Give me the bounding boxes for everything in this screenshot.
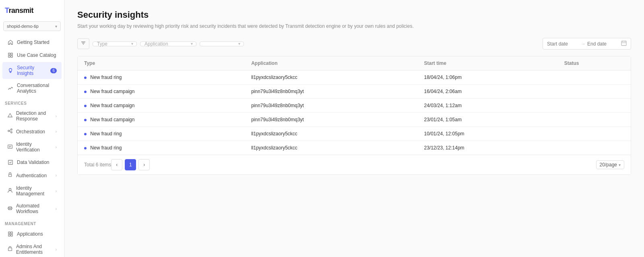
cell-type-5: New fraud ring — [78, 141, 245, 155]
filter-icon-button[interactable] — [77, 38, 89, 49]
admins-icon — [7, 246, 13, 253]
management-section-label: MANAGEMENT — [0, 218, 64, 228]
sidebar-item-identity-management[interactable]: Identity Management › — [2, 182, 62, 199]
sidebar: Transmit shopid-demo-tip ▾ Getting Start… — [0, 0, 64, 257]
sidebar-label-orchestration: Orchestration — [16, 129, 45, 135]
next-page-button[interactable]: › — [138, 159, 150, 170]
col-type: Type — [78, 56, 245, 70]
sidebar-label-applications: Applications — [17, 231, 43, 237]
page-1-button[interactable]: 1 — [125, 159, 136, 170]
sidebar-label-conversational-analytics: Conversational Analytics — [17, 83, 57, 94]
sidebar-item-identity-verification[interactable]: Identity Verification › — [2, 139, 62, 155]
type-filter[interactable]: Type Type — [93, 41, 137, 46]
lightbulb-icon — [7, 67, 14, 74]
sidebar-label-detection-response: Detection and Response — [16, 110, 56, 122]
arrow-icon: › — [56, 247, 57, 252]
col-status: Status — [558, 56, 631, 70]
sidebar-item-conversational-analytics[interactable]: Conversational Analytics — [2, 80, 62, 97]
cell-start-time-1: 16/04/24, 2:06am — [417, 85, 557, 99]
svg-rect-35 — [621, 41, 626, 46]
grid-icon — [7, 52, 14, 58]
cell-type-4: New fraud ring — [78, 127, 245, 141]
cell-type-2: New fraud campaign — [78, 99, 245, 113]
table-body: New fraud ring ll1pyxdcslizaory5ckcc 18/… — [78, 70, 631, 155]
row-dot-0 — [84, 77, 87, 79]
filters-row: Type Type Application Application Status… — [77, 38, 631, 50]
svg-rect-23 — [11, 232, 12, 234]
sidebar-label-identity-verification: Identity Verification — [16, 141, 56, 153]
applications-icon — [7, 231, 14, 237]
per-page-selector[interactable]: 20/page ▾ — [596, 160, 624, 169]
svg-point-9 — [11, 129, 12, 131]
sidebar-item-security-insights[interactable]: Security Insights 6 — [2, 62, 62, 79]
sidebar-label-automated-workflows: Automated Workflows — [16, 203, 56, 214]
sidebar-item-use-case-catalog[interactable]: Use Case Catalog — [2, 49, 62, 61]
prev-page-button[interactable]: ‹ — [111, 159, 122, 170]
arrow-icon: › — [56, 189, 57, 193]
table-row[interactable]: New fraud ring ll1pyxdcslizaory5ckcc 23/… — [78, 141, 631, 155]
svg-rect-1 — [11, 53, 12, 55]
cell-status-4 — [558, 127, 631, 141]
table-row[interactable]: New fraud campaign pinn79u3i49z8nb0mq3yt… — [78, 85, 631, 99]
cell-type-1: New fraud campaign — [78, 85, 245, 99]
cell-application-3: pinn79u3i49z8nb0mq3yt — [245, 113, 417, 127]
identity-management-icon — [7, 188, 13, 195]
cell-status-0 — [558, 70, 631, 85]
arrow-icon: › — [56, 173, 57, 178]
row-dot-4 — [84, 133, 87, 135]
arrow-icon: › — [56, 114, 57, 118]
logo: Transmit — [0, 5, 64, 21]
cell-status-2 — [558, 99, 631, 113]
sidebar-item-applications[interactable]: Applications — [2, 228, 62, 240]
table-container: Type Application Start time Status New f… — [77, 56, 631, 175]
row-dot-2 — [84, 105, 87, 107]
logo-text: Transmit — [5, 6, 33, 15]
cell-start-time-2: 24/03/24, 1:12am — [417, 99, 557, 113]
sidebar-item-getting-started[interactable]: Getting Started — [2, 36, 62, 48]
arrow-icon: › — [56, 145, 57, 149]
security-insights-badge: 6 — [50, 68, 57, 73]
sidebar-item-automated-workflows[interactable]: Automated Workflows › — [2, 200, 62, 217]
home-icon — [7, 39, 14, 46]
sidebar-item-detection-response[interactable]: Detection and Response › — [2, 108, 62, 124]
insights-table: Type Application Start time Status New f… — [78, 56, 631, 155]
sidebar-item-data-validation[interactable]: Data Validation — [2, 156, 62, 168]
start-date-input[interactable] — [547, 41, 579, 47]
svg-point-20 — [11, 207, 12, 209]
table-row[interactable]: New fraud ring ll1pyxdcslizaory5ckcc 10/… — [78, 127, 631, 141]
cell-start-time-5: 23/12/23, 12:14pm — [417, 141, 557, 155]
table-row[interactable]: New fraud ring ll1pyxdcslizaory5ckcc 18/… — [78, 70, 631, 85]
svg-point-6 — [12, 87, 13, 88]
sidebar-item-admins-entitlements[interactable]: Admins And Entitlements › — [2, 241, 62, 257]
row-dot-1 — [84, 91, 87, 93]
svg-point-10 — [11, 132, 12, 133]
date-range-picker[interactable]: → — [543, 38, 631, 50]
account-selector[interactable]: shopid-demo-tip ▾ — [3, 21, 61, 31]
svg-rect-26 — [8, 248, 12, 251]
svg-line-12 — [9, 131, 11, 132]
sidebar-label-use-case-catalog: Use Case Catalog — [17, 52, 56, 58]
authentication-icon — [7, 172, 13, 179]
table-row[interactable]: New fraud campaign pinn79u3i49z8nb0mq3yt… — [78, 99, 631, 113]
svg-line-11 — [9, 130, 11, 131]
cell-application-5: ll1pyxdcslizaory5ckcc — [245, 141, 417, 155]
svg-rect-17 — [9, 174, 12, 176]
svg-point-8 — [8, 130, 10, 132]
col-application: Application — [245, 56, 417, 70]
cell-type-0: New fraud ring — [78, 70, 245, 85]
per-page-chevron: ▾ — [619, 163, 621, 167]
sidebar-label-authentication: Authentication — [16, 173, 47, 178]
chart-icon — [7, 85, 14, 91]
calendar-icon[interactable] — [621, 40, 627, 47]
svg-rect-13 — [8, 145, 12, 148]
sidebar-item-orchestration[interactable]: Orchestration › — [2, 125, 62, 138]
status-filter[interactable]: Status — [200, 41, 244, 46]
per-page-label: 20/page — [600, 162, 617, 168]
table-header-row: Type Application Start time Status — [78, 56, 631, 70]
svg-point-19 — [8, 207, 10, 209]
end-date-input[interactable] — [587, 41, 619, 47]
sidebar-item-authentication[interactable]: Authentication › — [2, 169, 62, 182]
page-title: Security insights — [77, 10, 631, 20]
table-row[interactable]: New fraud campaign pinn79u3i49z8nb0mq3yt… — [78, 113, 631, 127]
application-filter[interactable]: Application Application — [140, 41, 196, 46]
